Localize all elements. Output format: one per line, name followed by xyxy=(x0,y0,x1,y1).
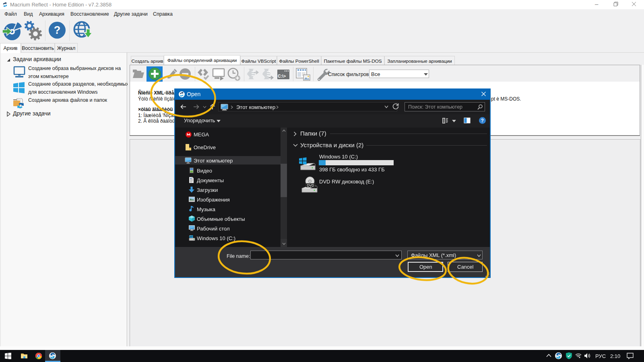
svg-text:C:\>: C:\> xyxy=(278,74,286,78)
svg-text:?: ? xyxy=(54,24,61,36)
